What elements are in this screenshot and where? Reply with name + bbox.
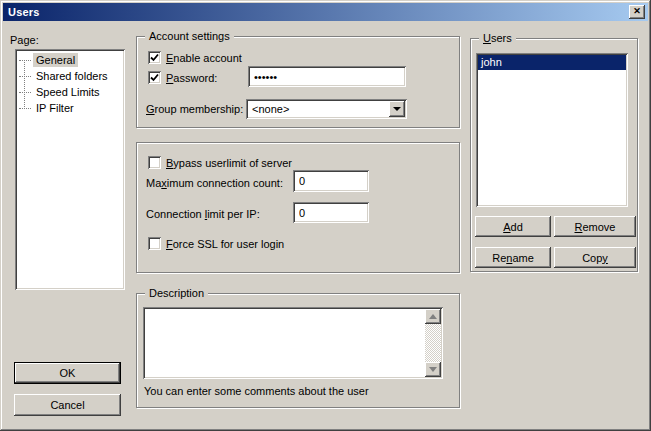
ip-limit-input[interactable]	[293, 202, 369, 223]
user-list-item[interactable]: john	[478, 55, 626, 70]
add-button-label: Add	[503, 221, 523, 233]
description-scrollbar[interactable]	[425, 309, 441, 377]
add-button[interactable]: Add	[475, 216, 551, 237]
enable-account-checkbox[interactable]	[148, 51, 161, 64]
tree-item-label: Speed Limits	[33, 85, 103, 99]
close-button[interactable]: ✕	[629, 5, 645, 19]
group-membership-select[interactable]: <none>	[246, 99, 407, 119]
group-membership-value: <none>	[252, 103, 289, 115]
max-connections-input[interactable]	[293, 170, 369, 192]
max-connections-label: Maximum connection count:	[146, 177, 283, 190]
tree-branch-icon	[19, 108, 31, 109]
force-ssl-label: Force SSL for user login	[166, 238, 284, 251]
users-listbox[interactable]: john	[476, 53, 628, 207]
cancel-button[interactable]: Cancel	[14, 394, 121, 416]
page-tree[interactable]: General Shared folders Speed Limits IP F…	[15, 49, 125, 290]
remove-button-label: Remove	[575, 221, 616, 233]
tree-branch-icon	[19, 76, 31, 77]
bypass-userlimit-label: Bypass userlimit of server	[166, 157, 292, 170]
force-ssl-checkbox[interactable]	[148, 237, 161, 250]
scroll-down-button[interactable]	[425, 362, 441, 377]
tree-branch-icon	[19, 60, 31, 61]
bypass-userlimit-checkbox[interactable]	[148, 156, 161, 169]
window-title: Users	[3, 6, 40, 18]
check-icon	[150, 73, 159, 82]
password-label: Password:	[166, 72, 217, 85]
description-title: Description	[145, 287, 208, 300]
scroll-up-icon	[429, 310, 437, 319]
description-help-text: You can enter some comments about the us…	[144, 385, 369, 398]
users-dialog: Users ✕ Page: General Shared folders Spe…	[0, 0, 651, 431]
group-membership-label: Group membership:	[146, 103, 243, 116]
chevron-down-icon	[393, 107, 401, 115]
tree-branch-icon	[19, 92, 31, 93]
description-textarea[interactable]	[143, 307, 443, 379]
ip-limit-label: Connection limit per IP:	[146, 208, 260, 221]
remove-button[interactable]: Remove	[554, 216, 636, 237]
password-input[interactable]	[248, 66, 406, 87]
tree-item-general[interactable]: General	[15, 52, 125, 68]
group-membership-dropdown-button[interactable]	[389, 101, 405, 117]
tree-item-ip-filter[interactable]: IP Filter	[15, 100, 125, 116]
rename-button[interactable]: Rename	[475, 247, 551, 268]
check-icon	[150, 53, 159, 62]
tree-item-speed-limits[interactable]: Speed Limits	[15, 84, 125, 100]
scroll-up-button[interactable]	[425, 309, 441, 324]
titlebar[interactable]: Users ✕	[3, 3, 648, 21]
user-name: john	[481, 56, 502, 68]
close-icon: ✕	[633, 7, 641, 16]
tree-item-label: Shared folders	[33, 69, 111, 83]
account-settings-title: Account settings	[145, 30, 234, 43]
tree-item-shared-folders[interactable]: Shared folders	[15, 68, 125, 84]
tree-item-label: IP Filter	[33, 101, 77, 115]
copy-button[interactable]: Copy	[554, 247, 636, 268]
users-group-title: Users	[479, 32, 516, 45]
tree-item-label: General	[33, 53, 78, 67]
enable-account-label: Enable account	[166, 52, 242, 65]
page-label: Page:	[10, 34, 39, 47]
scroll-down-icon	[429, 367, 437, 376]
password-checkbox[interactable]	[148, 71, 161, 84]
copy-button-label: Copy	[582, 252, 608, 264]
rename-button-label: Rename	[492, 252, 534, 264]
ok-button[interactable]: OK	[14, 362, 121, 384]
